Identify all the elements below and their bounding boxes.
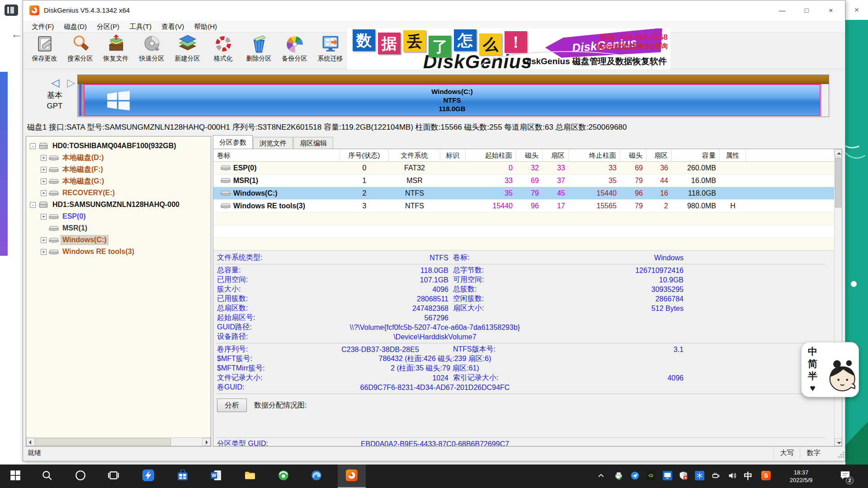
re-tools-partition-segment[interactable] [821,84,828,116]
maximize-button[interactable]: □ [794,0,819,20]
taskbar-green-browser-icon[interactable] [269,465,297,488]
scrollbar-thumb[interactable] [835,158,841,207]
ime-mode-char[interactable]: 中 [808,345,817,357]
toolbar-button-save-changes[interactable]: 保存更改 [27,33,62,68]
menu-item-3[interactable]: 工具(T) [124,20,156,33]
windows-partition-segment[interactable]: Windows(C:) NTFS 118.0GB [84,84,821,116]
toolbar-button-recover-files[interactable]: 恢复文件 [98,33,134,68]
ime-mode-char[interactable]: 半 [808,370,817,382]
tab-1[interactable]: 浏览文件 [253,137,293,149]
toolbar-button-delete-partition[interactable]: 删除分区 [241,33,277,68]
column-header[interactable]: 磁头 [620,149,646,161]
tray-bird-app-icon[interactable] [627,465,642,488]
expand-icon[interactable]: + [41,237,47,243]
column-header[interactable]: 卷标 [213,149,340,161]
scroll-left-icon[interactable] [26,438,35,446]
expand-icon[interactable]: + [41,155,47,161]
menu-item-2[interactable]: 分区(P) [92,20,124,33]
tray-ime-lang-icon[interactable]: 中 [741,465,755,488]
tray-intel-graphics-icon[interactable] [660,465,675,488]
column-header[interactable]: 文件系统 [389,149,440,161]
scroll-down-icon[interactable] [835,438,842,446]
scroll-up-icon[interactable] [835,149,842,157]
taskbar-diskgenius-icon[interactable] [338,465,366,488]
tray-defender-icon[interactable] [676,465,690,488]
tray-volume-icon[interactable] [725,465,739,488]
expand-icon[interactable]: + [41,190,47,196]
ime-status-widget[interactable]: 中简半♥ [801,342,859,397]
menu-item-1[interactable]: 磁盘(D) [59,20,92,33]
resize-grip[interactable] [838,451,844,458]
column-header[interactable]: 磁头 [516,149,542,161]
taskbar-edge-icon[interactable] [302,465,330,488]
tray-tray-chevron-icon[interactable] [594,465,608,488]
tree-item-hd1-samsungmznln128hahq-000[interactable]: -HD1:SAMSUNGMZNLN128HAHQ-000 [26,199,211,211]
banner-qq-link[interactable]: 或点击此处选择QQ咨询 [596,42,668,51]
close-button[interactable]: × [819,0,843,20]
column-header[interactable]: 扇区 [646,149,672,161]
expand-icon[interactable]: + [41,249,47,255]
minimize-button[interactable]: — [770,0,794,20]
taskbar-task-view-icon[interactable] [99,465,127,488]
table-row-esp-0-[interactable]: ESP(0)0FAT3203233336936260.0MB [213,162,834,174]
expand-icon[interactable]: + [41,214,47,220]
menu-item-4[interactable]: 查看(V) [156,20,189,33]
ad-banner[interactable]: DiskGenius 数据丢了怎么！ DiskGenius 致电: 400-00… [347,28,670,69]
scroll-right-icon[interactable] [202,438,211,446]
table-row-msr-1-[interactable]: MSR(1)1MSR33693735794416.0MB [213,174,834,187]
tree-item-hd0-toshibamq04abf100-932gb-[interactable]: -HD0:TOSHIBAMQ04ABF100(932GB) [26,140,211,152]
tray-printer-icon[interactable] [611,465,626,488]
expand-icon[interactable]: + [41,167,47,173]
tree-item-windows-c-[interactable]: +Windows(C:) [26,234,211,246]
column-header[interactable]: 序号(状态) [340,149,389,161]
back-arrow-icon[interactable]: ← [11,27,23,41]
ime-mode-char[interactable]: 简 [808,357,817,370]
column-header[interactable]: 终止柱面 [569,149,620,161]
taskbar-file-explorer-icon[interactable] [236,465,264,488]
taskbar-store-icon[interactable] [169,465,197,488]
tree-item-esp-0-[interactable]: +ESP(0) [26,211,211,222]
toolbar-button-backup-partition[interactable]: 备份分区 [277,33,312,68]
action-center-button[interactable]: 2 [835,465,856,488]
toolbar-button-quick-partition[interactable]: 快速分区 [134,33,170,68]
column-header[interactable]: 容量 [672,149,720,161]
tree-item--g-[interactable]: +本地磁盘(G:) [26,175,211,187]
scrollbar-thumb[interactable] [35,438,171,446]
tree-item--d-[interactable]: +本地磁盘(D:) [26,152,211,164]
tray-sogou-icon[interactable]: S [759,465,773,488]
column-header[interactable]: 扇区 [542,149,569,161]
nav-right-icon[interactable]: ▷ [67,76,75,89]
column-header[interactable]: 标识 [440,149,466,161]
menu-item-5[interactable]: 帮助(H) [189,20,222,33]
taskbar-start-button[interactable] [1,465,29,488]
vertical-scrollbar[interactable] [834,149,842,446]
tab-0[interactable]: 分区参数 [213,135,253,149]
collapse-icon[interactable]: - [30,202,36,208]
tab-2[interactable]: 扇区编辑 [293,137,333,149]
tree-horizontal-scrollbar[interactable] [26,437,211,446]
nav-left-icon[interactable]: ◁ [51,76,59,89]
taskbar-lightning-app-icon[interactable] [134,465,162,488]
taskbar-search-icon[interactable] [33,465,61,488]
toolbar-button-format[interactable]: 格式化 [205,33,241,68]
ime-mode-char[interactable]: ♥ [810,382,815,394]
column-header[interactable]: 属性 [720,149,746,161]
tree-item--f-[interactable]: +本地磁盘(F:) [26,164,211,175]
analyze-button[interactable]: 分析 [217,399,247,412]
taskbar-clock[interactable]: 18:37 2022/5/9 [780,465,822,488]
toolbar-button-search-partition[interactable]: 搜索分区 [62,33,98,68]
table-row-windows-c-[interactable]: Windows(C:)2NTFS357945154409616118.0GB [213,187,834,200]
background-window-icon[interactable] [5,5,18,16]
toolbar-button-system-migration[interactable]: 系统迁移 [312,33,348,68]
menu-item-0[interactable]: 文件(F) [27,20,59,33]
toolbar-button-new-partition[interactable]: 新建分区 [170,33,205,68]
tray-power-icon[interactable] [709,465,723,488]
tree-item-msr-1-[interactable]: MSR(1) [26,222,211,234]
expand-icon[interactable]: + [41,178,47,184]
tree-item-recovery-e-[interactable]: +RECOVERY(E:) [26,187,211,199]
tray-snowflake-icon[interactable] [692,465,707,488]
taskbar-word-icon[interactable]: W [202,465,230,488]
tree-item-windows-re-tools-3-[interactable]: +Windows RE tools(3) [26,246,211,258]
table-row-windows-re-tools-3-[interactable]: Windows RE tools(3)3NTFS1544096171556579… [213,200,834,212]
esp-partition-segment[interactable] [78,84,81,116]
